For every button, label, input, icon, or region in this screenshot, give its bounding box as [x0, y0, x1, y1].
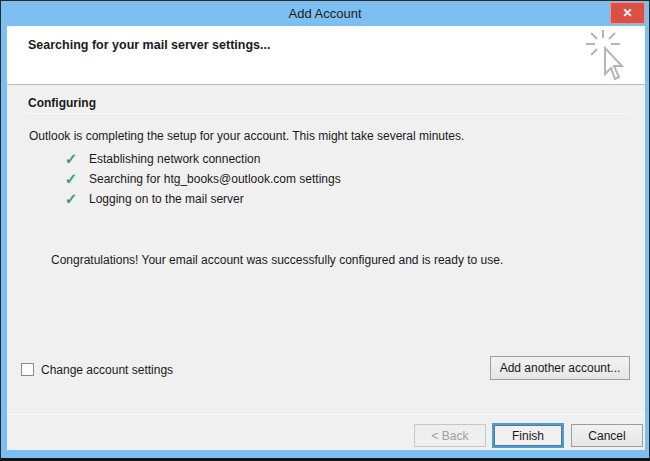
success-message: Congratulations! Your email account was … — [51, 253, 503, 267]
cancel-button[interactable]: Cancel — [571, 424, 643, 447]
finish-button[interactable]: Finish — [492, 423, 564, 448]
check-icon: ✓ — [61, 150, 81, 168]
window-title: Add Account — [289, 6, 362, 21]
page-title: Searching for your mail server settings.… — [28, 38, 270, 52]
step-label: Logging on to the mail server — [89, 192, 244, 206]
step-row: ✓ Establishing network connection — [7, 149, 645, 169]
wizard-header: Searching for your mail server settings.… — [7, 26, 645, 85]
change-account-settings-checkbox[interactable] — [21, 363, 34, 376]
titlebar[interactable]: Add Account ✕ — [1, 1, 649, 26]
step-label: Establishing network connection — [89, 152, 260, 166]
check-icon: ✓ — [61, 170, 81, 188]
setup-steps: ✓ Establishing network connection ✓ Sear… — [7, 149, 645, 209]
back-button: < Back — [414, 424, 486, 447]
setup-description: Outlook is completing the setup for your… — [29, 129, 464, 143]
check-icon: ✓ — [61, 190, 81, 208]
close-icon: ✕ — [622, 6, 632, 20]
step-row: ✓ Searching for htg_books@outlook.com se… — [7, 169, 645, 189]
step-row: ✓ Logging on to the mail server — [7, 189, 645, 209]
checkbox-label: Change account settings — [41, 363, 173, 377]
add-account-dialog: Add Account ✕ Searching for your mail se… — [0, 0, 650, 461]
footer-divider — [7, 414, 645, 415]
section-divider — [26, 113, 628, 114]
close-button[interactable]: ✕ — [610, 2, 645, 24]
step-label: Searching for htg_books@outlook.com sett… — [89, 172, 341, 186]
add-another-account-button[interactable]: Add another account... — [490, 356, 630, 380]
section-title: Configuring — [28, 96, 96, 110]
dialog-content: Searching for your mail server settings.… — [7, 26, 645, 450]
starburst-cursor-icon — [583, 28, 633, 84]
